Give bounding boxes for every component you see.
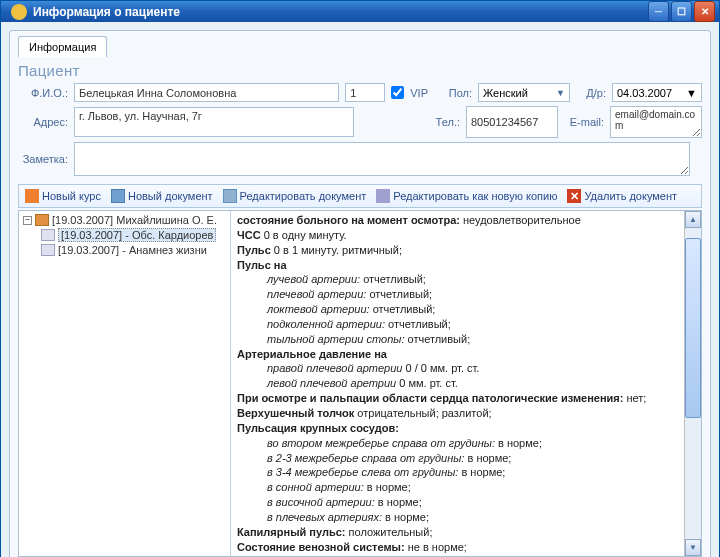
chevron-down-icon: ▼ <box>686 87 697 99</box>
window-title: Информация о пациенте <box>33 5 648 19</box>
dob-input[interactable]: 04.03.2007 ▼ <box>612 83 702 102</box>
label-addr: Адрес: <box>18 116 68 128</box>
label-vip: VIP <box>410 87 428 99</box>
document-icon <box>41 229 55 241</box>
notes-input[interactable] <box>74 142 690 176</box>
delete-doc-button[interactable]: ✕Удалить документ <box>563 187 681 205</box>
chevron-down-icon: ▼ <box>556 88 565 98</box>
tree-collapse-icon[interactable]: − <box>23 216 32 225</box>
label-sex: Пол: <box>442 87 472 99</box>
dob-value: 04.03.2007 <box>617 87 672 99</box>
edit-doc-button[interactable]: Редактировать документ <box>219 187 371 205</box>
tree-item-cardio[interactable]: [19.03.2007] - Обс. Кардиорев <box>39 227 228 243</box>
document-view[interactable]: состояние больного на момент осмотра: не… <box>231 211 684 556</box>
new-course-icon <box>25 189 39 203</box>
number-input[interactable] <box>345 83 385 102</box>
app-icon <box>11 4 27 20</box>
label-fio: Ф.И.О.: <box>18 87 68 99</box>
tree-item-anamnez[interactable]: [19.03.2007] - Анамнез жизни <box>39 243 228 257</box>
document-toolbar: Новый курс Новый документ Редактировать … <box>18 184 702 208</box>
label-dob: Д/р: <box>576 87 606 99</box>
label-notes: Заметка: <box>18 153 68 165</box>
tree-root[interactable]: − [19.03.2007] Михайлишина О. Е. <box>21 213 228 227</box>
new-doc-icon <box>111 189 125 203</box>
tel-input[interactable] <box>466 106 558 138</box>
doc-scrollbar-vertical[interactable]: ▲ ▼ <box>684 211 701 556</box>
email-input[interactable]: email@domain.com <box>610 106 702 138</box>
address-input[interactable]: г. Львов, ул. Научная, 7г <box>74 107 354 137</box>
tab-info[interactable]: Информация <box>18 36 107 57</box>
new-course-button[interactable]: Новый курс <box>21 187 105 205</box>
delete-icon: ✕ <box>567 189 581 203</box>
sex-value: Женский <box>483 87 528 99</box>
new-doc-button[interactable]: Новый документ <box>107 187 217 205</box>
patient-info-window: Информация о пациенте ─ ☐ ✕ Информация П… <box>0 0 720 557</box>
label-email: E-mail: <box>564 116 604 128</box>
maximize-button[interactable]: ☐ <box>671 1 692 22</box>
scroll-thumb[interactable] <box>685 238 701 418</box>
document-icon <box>41 244 55 256</box>
section-patient-title: Пациент <box>18 62 702 79</box>
vip-checkbox[interactable] <box>391 86 404 99</box>
scroll-down-button[interactable]: ▼ <box>685 539 701 556</box>
edit-copy-icon <box>376 189 390 203</box>
label-tel: Тел.: <box>424 116 460 128</box>
folder-icon <box>35 214 49 226</box>
document-tree[interactable]: − [19.03.2007] Михайлишина О. Е. [19.03.… <box>19 211 231 556</box>
close-button[interactable]: ✕ <box>694 1 715 22</box>
edit-copy-button[interactable]: Редактировать как новую копию <box>372 187 561 205</box>
titlebar[interactable]: Информация о пациенте ─ ☐ ✕ <box>1 1 719 22</box>
scroll-up-button[interactable]: ▲ <box>685 211 701 228</box>
minimize-button[interactable]: ─ <box>648 1 669 22</box>
edit-doc-icon <box>223 189 237 203</box>
fio-input[interactable] <box>74 83 339 102</box>
sex-select[interactable]: Женский ▼ <box>478 83 570 102</box>
